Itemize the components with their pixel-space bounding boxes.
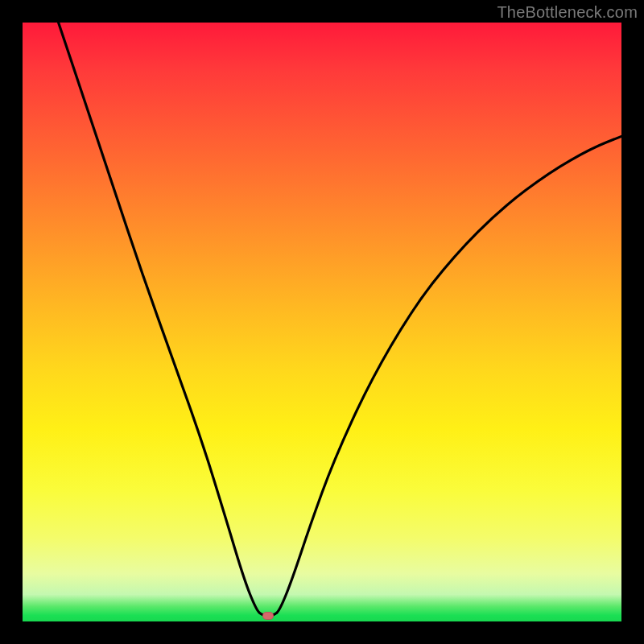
chart-frame: TheBottleneck.com — [0, 0, 644, 644]
bottleneck-curve — [23, 23, 621, 621]
plot-area — [23, 23, 621, 621]
watermark-text: TheBottleneck.com — [497, 3, 638, 22]
optimal-marker — [262, 612, 274, 620]
